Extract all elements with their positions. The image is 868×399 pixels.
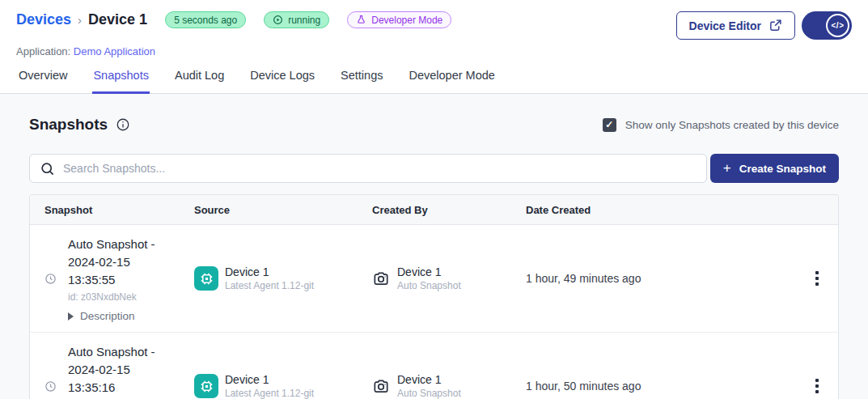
create-snapshot-button[interactable]: + Create Snapshot [710, 154, 839, 183]
table-header-row: Snapshot Source Created By Date Created [30, 195, 838, 225]
column-header-created-by: Created By [362, 204, 515, 216]
description-label: Description [80, 310, 135, 322]
snapshots-table: Snapshot Source Created By Date Created … [29, 194, 839, 399]
page-title: Snapshots [29, 116, 108, 134]
snapshot-title-line2: 2024-02-15 13:35:55 [68, 253, 177, 289]
page-header: Devices › Device 1 5 seconds ago running [0, 0, 868, 94]
breadcrumb: Devices › Device 1 [16, 11, 147, 28]
show-only-device-checkbox[interactable] [603, 118, 616, 132]
breadcrumb-devices-link[interactable]: Devices [16, 11, 71, 28]
device-chip-icon [194, 374, 218, 398]
column-header-date-created: Date Created [515, 204, 796, 216]
device-filter: Show only Snapshots created by this devi… [603, 118, 839, 132]
snapshots-panel: Snapshots Show only Snapshots created by… [0, 94, 868, 399]
created-by-type: Auto Snapshot [397, 280, 461, 291]
application-link[interactable]: Demo Application [74, 45, 155, 57]
snapshot-title-line2: 2024-02-15 13:35:16 [68, 361, 177, 397]
running-status-text: running [288, 15, 320, 26]
snapshot-title-line1: Auto Snapshot - [68, 343, 177, 361]
create-snapshot-label: Create Snapshot [739, 163, 826, 175]
last-seen-badge: 5 seconds ago [165, 11, 246, 28]
row-actions-kebab-icon[interactable] [811, 266, 824, 291]
source-agent-version: Latest Agent 1.12-git [225, 280, 314, 291]
column-header-snapshot: Snapshot [30, 204, 184, 216]
running-status-badge: running [264, 11, 329, 28]
triangle-right-icon [68, 312, 74, 320]
developer-mode-toggle[interactable]: </> [802, 11, 852, 40]
plus-icon: + [723, 160, 731, 176]
table-row: Auto Snapshot - 2024-02-15 13:35:16 id: … [30, 333, 838, 399]
tab-snapshots[interactable]: Snapshots [92, 69, 150, 94]
date-created: 1 hour, 49 minutes ago [515, 272, 796, 285]
created-by-name: Device 1 [397, 265, 461, 278]
filter-label: Show only Snapshots created by this devi… [625, 119, 839, 131]
tab-device-logs[interactable]: Device Logs [249, 69, 315, 94]
clock-icon [44, 273, 57, 285]
camera-icon [372, 270, 391, 288]
snapshot-title-line1: Auto Snapshot - [68, 236, 177, 253]
last-seen-text: 5 seconds ago [174, 15, 237, 26]
device-chip-icon [194, 266, 218, 291]
camera-icon [372, 377, 391, 396]
breadcrumb-current-device: Device 1 [88, 11, 147, 28]
application-label: Application: [16, 45, 70, 57]
column-header-source: Source [184, 204, 362, 216]
device-editor-button[interactable]: Device Editor [676, 11, 795, 40]
tab-bar: Overview Snapshots Audit Log Device Logs… [0, 69, 868, 94]
application-line: Application: Demo Application [0, 45, 868, 57]
tab-overview[interactable]: Overview [18, 69, 68, 94]
source-agent-version: Latest Agent 1.12-git [225, 388, 314, 399]
date-created: 1 hour, 50 minutes ago [515, 380, 796, 393]
flask-icon [356, 15, 366, 25]
play-circle-icon [273, 15, 283, 25]
search-box [29, 154, 707, 183]
description-toggle[interactable]: Description [68, 310, 177, 322]
device-editor-label: Device Editor [689, 19, 761, 32]
source-device-name: Device 1 [225, 265, 314, 278]
created-by-name: Device 1 [397, 373, 461, 386]
source-device-name: Device 1 [225, 373, 314, 386]
developer-mode-text: Developer Mode [371, 15, 442, 26]
developer-mode-badge: Developer Mode [347, 11, 451, 28]
info-icon[interactable] [116, 117, 130, 132]
snapshot-id: id: z03NxdbNek [68, 291, 177, 303]
clock-icon [44, 380, 57, 393]
table-row: Auto Snapshot - 2024-02-15 13:35:55 id: … [30, 225, 838, 333]
external-link-icon [768, 19, 782, 32]
code-icon: </> [826, 14, 849, 37]
row-actions-kebab-icon[interactable] [811, 374, 824, 398]
search-icon [40, 161, 55, 176]
search-input[interactable] [63, 162, 697, 175]
tab-audit-log[interactable]: Audit Log [174, 69, 225, 94]
tab-developer-mode[interactable]: Developer Mode [408, 69, 495, 94]
breadcrumb-separator: › [78, 13, 82, 27]
tab-settings[interactable]: Settings [340, 69, 383, 94]
created-by-type: Auto Snapshot [397, 388, 461, 399]
